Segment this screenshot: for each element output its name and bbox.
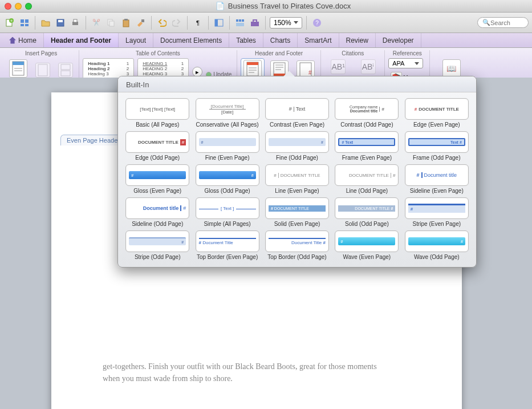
header-style-label: Stripe (Even Page) [413,221,461,227]
header-thumb[interactable]: Document Title # [265,230,329,252]
header-thumb[interactable]: # [405,197,469,219]
open-button[interactable] [39,17,52,29]
header-thumb[interactable]: [Document Title][Date] [196,98,259,120]
header-thumb[interactable]: # Document Title [196,230,259,252]
header-style-line-even[interactable]: #DOCUMENT TITLELine (Even Page) [265,164,330,194]
header-style-stripe-odd[interactable]: #Stripe (Odd Page) [125,230,190,260]
header-style-sideline-odd[interactable]: Document title#Sideline (Odd Page) [125,197,190,227]
header-style-topborder-even[interactable]: # Document TitleTop Border (Even Page) [194,230,259,260]
header-thumb[interactable]: # [265,131,329,153]
tab-tables[interactable]: Tables [229,33,263,47]
svg-rect-8 [58,20,63,22]
header-thumb[interactable]: Text # [405,131,469,153]
search-input[interactable] [490,19,525,26]
header-thumb[interactable]: # Text [335,131,399,153]
body-text: get-togethers. Finish your outfit with o… [103,361,388,384]
save-button[interactable] [54,17,67,29]
format-painter-button[interactable] [135,17,147,29]
tab-developer[interactable]: Developer [376,33,421,47]
header-thumb[interactable]: [Text] [Text] [Text] [125,98,189,120]
undo-button[interactable] [156,17,168,29]
header-thumb[interactable]: # [125,164,189,186]
header-style-fine-odd[interactable]: #Fine (Odd Page) [265,131,330,161]
paste-button[interactable] [120,17,132,29]
header-style-solid-even[interactable]: # DOCUMENT TITLESolid (Even Page) [265,197,330,227]
tab-layout[interactable]: Layout [119,33,153,47]
header-style-gloss-odd[interactable]: #Gloss (Odd Page) [194,164,259,194]
header-style-frame-odd[interactable]: Text #Frame (Odd Page) [404,131,469,161]
sidebar-button[interactable] [213,17,225,29]
header-style-label: Top Border (Odd Page) [267,254,326,260]
header-thumb[interactable]: # [196,164,259,186]
header-style-wave-odd[interactable]: #Wave (Odd Page) [404,230,469,260]
tab-smartart[interactable]: SmartArt [298,33,339,47]
header-style-simple[interactable]: [ Text ]Simple (All Pages) [194,197,259,227]
header-style-label: Edge (Even Page) [413,122,460,128]
tab-review[interactable]: Review [339,33,376,47]
header-thumb[interactable]: # [405,230,469,252]
header-style-wave-even[interactable]: #Wave (Even Page) [334,230,399,260]
header-thumb[interactable]: Document title# [125,197,189,219]
header-style-edge-odd[interactable]: DOCUMENT TITLE#Edge (Odd Page) [125,131,190,161]
toolbox-button[interactable] [249,17,261,29]
show-formatting-button[interactable]: ¶ [192,17,204,29]
window-titlebar: 📄 Business Travel to Pirates Cove.docx [0,0,532,13]
header-style-edge-even[interactable]: #DOCUMENT TITLEEdge (Even Page) [404,98,469,128]
header-thumb[interactable]: #DOCUMENT TITLE [265,164,329,186]
copy-button[interactable] [105,17,117,29]
tab-home[interactable]: Home [2,33,44,47]
header-style-label: Frame (Odd Page) [413,155,460,161]
cut-button[interactable]: ✂️ [90,17,103,29]
svg-rect-13 [123,20,129,27]
header-style-contrast-odd[interactable]: Company nameDocument title#Contrast (Odd… [334,98,399,128]
header-style-gloss-even[interactable]: #Gloss (Even Page) [125,164,190,194]
header-style-sideline-even[interactable]: #Document titleSideline (Even Page) [404,164,469,194]
header-thumb[interactable]: #DOCUMENT TITLE [405,98,469,120]
zoom-window-button[interactable] [25,3,32,10]
minimize-window-button[interactable] [15,3,22,10]
header-thumb[interactable]: # [125,230,189,252]
header-style-solid-odd[interactable]: DOCUMENT TITLE #Solid (Odd Page) [334,197,399,227]
header-thumb[interactable]: DOCUMENT TITLE# [335,164,399,186]
header-style-conservative[interactable]: [Document Title][Date]Conservative (All … [194,98,259,128]
header-thumb[interactable]: Company nameDocument title# [335,98,399,120]
header-thumb[interactable]: DOCUMENT TITLE # [335,197,399,219]
zoom-combo[interactable]: 150% [270,17,302,29]
header-thumb[interactable]: DOCUMENT TITLE# [125,131,189,153]
print-button[interactable] [69,17,82,29]
template-button[interactable] [18,17,31,29]
tab-document-elements[interactable]: Document Elements [153,33,229,47]
tab-charts[interactable]: Charts [263,33,298,47]
header-thumb[interactable]: # | Text [265,98,329,120]
header-region-tab[interactable]: Even Page Header [60,135,126,145]
header-thumb[interactable]: # [196,131,259,153]
search-icon: 🔍 [482,19,490,26]
gallery-button[interactable] [234,17,246,29]
header-style-basic[interactable]: [Text] [Text] [Text]Basic (All Pages) [125,98,190,128]
traffic-lights [5,3,32,10]
header-style-label: Top Border (Even Page) [197,254,258,260]
header-style-line-odd[interactable]: DOCUMENT TITLE#Line (Odd Page) [334,164,399,194]
header-thumb[interactable]: # DOCUMENT TITLE [265,197,329,219]
header-style-label: Simple (All Pages) [204,221,250,227]
header-style-topborder-odd[interactable]: Document Title #Top Border (Odd Page) [265,230,330,260]
svg-rect-3 [21,19,24,23]
header-thumb[interactable]: [ Text ] [196,197,259,219]
search-box[interactable]: 🔍 [477,17,529,28]
help-button[interactable]: ? [311,17,323,29]
redo-button[interactable] [170,17,183,29]
header-thumb[interactable]: #Document title [405,164,469,186]
header-thumb[interactable]: # [335,230,399,252]
header-style-fine-even[interactable]: #Fine (Even Page) [194,131,259,161]
header-gallery-dropdown: Built-In [Text] [Text] [Text]Basic (All … [117,76,477,268]
tab-header-and-footer[interactable]: Header and Footer [44,33,119,47]
header-style-contrast-even[interactable]: # | TextContrast (Even Page) [265,98,330,128]
header-style-frame-even[interactable]: # TextFrame (Even Page) [334,131,399,161]
header-style-label: Gloss (Odd Page) [205,188,250,194]
citation-style-combo[interactable]: APA [388,58,423,68]
new-doc-button[interactable]: + [3,17,16,29]
svg-rect-27 [13,62,24,65]
close-window-button[interactable] [5,3,11,10]
header-style-label: Wave (Even Page) [343,254,391,260]
header-style-stripe-even[interactable]: #Stripe (Even Page) [404,197,469,227]
